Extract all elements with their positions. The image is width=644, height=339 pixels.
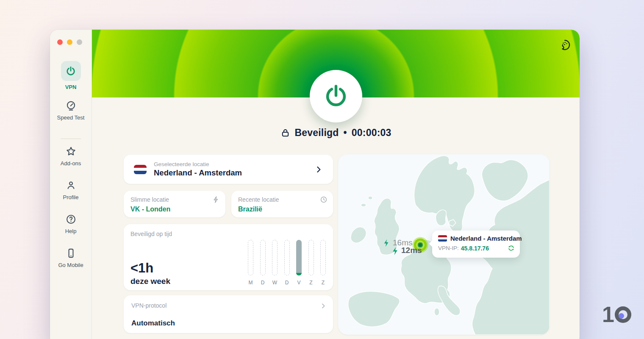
map-card: 16ms 12ms Nederland - Amsterdam VPN-IP: … xyxy=(338,154,550,335)
star-icon xyxy=(65,146,77,157)
sidebar-item-speed-test[interactable]: Speed Test xyxy=(50,100,92,121)
netherlands-flag-icon xyxy=(438,235,447,242)
sidebar-item-label: Speed Test xyxy=(57,114,85,121)
weekday-labels: M D W D V Z Z xyxy=(248,280,326,286)
server-tooltip: Nederland - Amsterdam VPN-IP: 45.8.17.76 xyxy=(432,231,520,258)
refresh-ip-icon[interactable] xyxy=(508,245,515,252)
watermark-indigo-dot xyxy=(619,313,624,319)
netherlands-flag-icon xyxy=(134,165,147,174)
sidebar-item-go-mobile[interactable]: Go Mobile xyxy=(50,247,92,268)
sidebar-item-profile[interactable]: Profile xyxy=(50,180,92,200)
weekday-label: D xyxy=(260,280,266,286)
weekday-label: Z xyxy=(308,280,314,286)
day-bar xyxy=(284,240,290,275)
latency-indicator: 12ms xyxy=(391,246,422,255)
disconnect-power-button[interactable] xyxy=(310,70,362,122)
smart-location-label: Slimme locatie xyxy=(130,196,219,203)
latency-value: 12ms xyxy=(401,246,422,255)
sidebar-item-label: VPN xyxy=(65,84,77,90)
vpn-protocol-card[interactable]: VPN-protocol Automatisch xyxy=(124,295,333,333)
weekday-label: V xyxy=(296,280,302,286)
watermark-zero-ring xyxy=(615,306,631,323)
minimize-window-button[interactable] xyxy=(67,39,72,45)
traffic-lights xyxy=(57,39,82,45)
chevron-right-icon xyxy=(314,165,323,174)
status-separator: • xyxy=(344,127,347,139)
day-bar xyxy=(272,240,278,275)
sidebar-item-label: Add-ons xyxy=(61,160,81,167)
sidebar-item-label: Go Mobile xyxy=(58,262,83,268)
sidebar-divider xyxy=(61,139,81,139)
top10-watermark: 1 xyxy=(602,303,631,325)
day-bar xyxy=(320,240,326,275)
zoom-window-button[interactable] xyxy=(77,39,82,45)
session-timer: 00:00:03 xyxy=(352,127,391,139)
sidebar-item-vpn[interactable]: VPN xyxy=(50,61,92,90)
weekday-label: M xyxy=(248,280,253,286)
lightning-icon xyxy=(391,246,400,255)
vpn-protocol-label: VPN-protocol xyxy=(131,302,325,309)
recent-location-card[interactable]: Recente locatie Brazilië xyxy=(231,191,333,217)
selected-location-value: Nederland - Amsterdam xyxy=(154,168,307,178)
protected-time-card: Beveiligd op tijd <1h deze week M D W D … xyxy=(124,224,333,290)
selected-location-card[interactable]: Geselecteerde locatie Nederland - Amster… xyxy=(124,155,333,184)
status-label: Beveiligd xyxy=(295,127,339,139)
chevron-right-icon xyxy=(320,303,327,309)
speedometer-icon xyxy=(65,100,77,111)
protected-time-sublabel: deze week xyxy=(130,277,170,286)
phone-icon xyxy=(65,247,77,259)
recent-location-value: Brazilië xyxy=(238,206,326,213)
connection-status: Beveiligd • 00:00:03 xyxy=(92,127,580,139)
protected-time-value: <1h xyxy=(130,261,153,276)
sidebar: VPN Speed Test Add-ons xyxy=(50,30,92,339)
power-icon xyxy=(61,61,81,81)
sidebar-item-add-ons[interactable]: Add-ons xyxy=(50,146,92,167)
weekday-label: W xyxy=(272,280,278,286)
weekly-bar-chart xyxy=(248,240,326,275)
clock-icon xyxy=(320,196,328,203)
recent-location-label: Recente locatie xyxy=(238,196,326,203)
day-bar-active xyxy=(296,240,302,275)
vpn-ip-label: VPN-IP: xyxy=(438,245,459,251)
day-bar xyxy=(308,240,314,275)
smart-location-card[interactable]: Slimme locatie VK - Londen xyxy=(124,191,225,217)
lightning-icon xyxy=(382,239,391,247)
day-bar xyxy=(248,240,253,275)
day-bar xyxy=(260,240,266,275)
tooltip-location: Nederland - Amsterdam xyxy=(450,235,522,242)
close-window-button[interactable] xyxy=(57,39,63,45)
weekday-label: Z xyxy=(320,280,326,286)
smart-location-value: VK - Londen xyxy=(130,206,219,213)
person-icon xyxy=(65,180,77,191)
sidebar-item-label: Profile xyxy=(63,194,79,200)
vpn-ip-value: 45.8.17.76 xyxy=(461,245,489,252)
watermark-digit: 1 xyxy=(602,303,613,325)
lock-icon xyxy=(280,128,290,138)
weekday-label: D xyxy=(284,280,290,286)
question-icon xyxy=(65,214,77,225)
selected-location-label: Geselecteerde locatie xyxy=(154,161,307,167)
sidebar-item-label: Help xyxy=(65,228,77,234)
app-window: VPN Speed Test Add-ons xyxy=(50,30,580,339)
vpn-protocol-value: Automatisch xyxy=(131,319,175,328)
theme-palette-icon[interactable] xyxy=(558,39,571,51)
sidebar-item-help[interactable]: Help xyxy=(50,214,92,234)
protected-time-label: Beveiligd op tijd xyxy=(130,231,326,237)
lightning-icon xyxy=(212,196,220,203)
